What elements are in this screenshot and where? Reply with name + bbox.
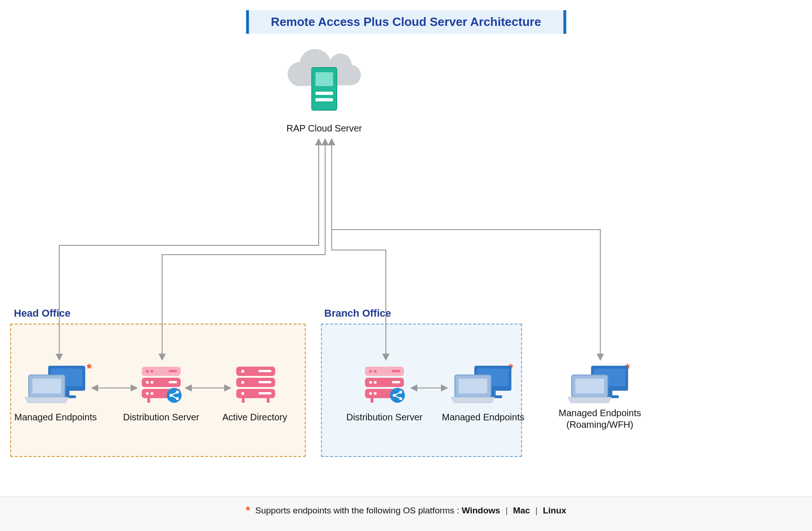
footer-platform-2: Linux: [543, 506, 567, 515]
diagram-title: Remote Access Plus Cloud Server Architec…: [271, 15, 541, 29]
diagram-title-banner: Remote Access Plus Cloud Server Architec…: [246, 10, 566, 34]
roaming-label-line2: (Roaming/WFH): [567, 419, 633, 430]
branch-office-header: Branch Office: [324, 307, 391, 319]
head-office-group: [10, 324, 306, 457]
footer-note: * Supports endpoints with the following …: [0, 496, 812, 531]
head-office-header: Head Office: [14, 307, 70, 319]
branch-office-group: [321, 324, 522, 457]
asterisk-icon: *: [508, 361, 513, 376]
roaming-label-line1: Managed Endpoints: [559, 408, 641, 418]
asterisk-icon: *: [625, 361, 630, 376]
asterisk-icon: *: [87, 361, 92, 376]
footer-platform-0: Windows: [462, 506, 500, 515]
separator: |: [535, 506, 538, 515]
managed-endpoints-icon: [568, 366, 628, 403]
footer-platform-1: Mac: [513, 506, 530, 515]
footer-prefix: Supports endpoints with the following OS…: [255, 506, 459, 515]
asterisk-icon: *: [245, 504, 250, 517]
cloud-server-icon: [288, 49, 361, 110]
roaming-label: Managed Endpoints (Roaming/WFH): [540, 407, 660, 431]
bo-endpoints-label: Managed Endpoints: [423, 412, 543, 423]
separator: |: [505, 506, 508, 515]
cloud-server-label: RAP Cloud Server: [264, 123, 384, 134]
ho-endpoints-label: Managed Endpoints: [0, 412, 116, 423]
ho-ad-label: Active Directory: [195, 412, 315, 423]
